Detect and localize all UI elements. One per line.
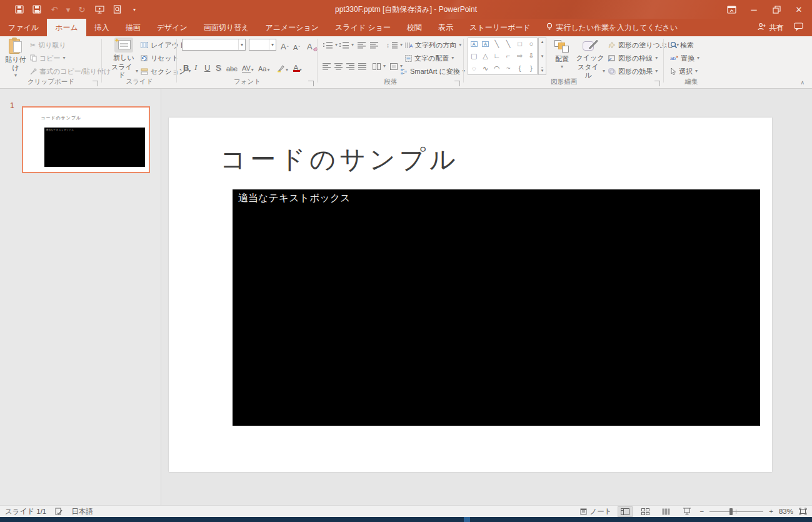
shape-right-brace[interactable]: }: [526, 63, 537, 74]
redo-icon[interactable]: ↻: [76, 4, 88, 15]
line-spacing-button[interactable]: ↕▾: [386, 39, 403, 51]
gallery-scrollbar[interactable]: ▴ ▾ ▾: [538, 38, 546, 75]
shrink-font-button[interactable]: Aˇ: [293, 39, 300, 51]
zoom-slider[interactable]: [709, 507, 763, 516]
shape-effects-button[interactable]: 図形の効果 ▾: [608, 65, 658, 78]
notes-button[interactable]: ノート: [580, 507, 611, 516]
ribbon-display-options-icon[interactable]: [722, 1, 741, 18]
character-spacing-button[interactable]: AV▾: [242, 60, 254, 73]
zoom-level[interactable]: 83%: [779, 508, 793, 515]
view-slideshow-button[interactable]: [679, 506, 694, 517]
columns-button[interactable]: ▾: [373, 60, 386, 73]
language-indicator[interactable]: 日本語: [71, 507, 93, 516]
slide-code-textbox[interactable]: 適当なテキストボックス: [233, 189, 760, 426]
format-painter-button[interactable]: 書式のコピー/貼り付け: [30, 65, 111, 78]
tab-draw[interactable]: 描画: [118, 19, 149, 36]
reset-button[interactable]: リセット: [141, 52, 179, 64]
increase-indent-button[interactable]: [370, 39, 378, 51]
bold-button[interactable]: B: [183, 60, 189, 73]
decrease-indent-button[interactable]: [358, 39, 366, 51]
slide-thumbnail-panel[interactable]: 1 コードのサンプル 適当なテキストボックス: [0, 89, 161, 505]
convert-smartart-button[interactable]: SmartArt に変換 ▾: [400, 65, 465, 78]
strikethrough-button[interactable]: abc: [226, 60, 238, 73]
shape-outline-button[interactable]: 図形の枠線 ▾: [608, 52, 658, 64]
shape-textbox-horizontal[interactable]: A: [468, 38, 479, 50]
font-size-combo[interactable]: ▾: [249, 39, 276, 51]
new-slide-button[interactable]: ✦ 新しい スライド▾: [109, 38, 138, 79]
justify-button[interactable]: [358, 60, 366, 73]
comments-icon[interactable]: [794, 23, 803, 33]
fit-to-window-icon[interactable]: [799, 508, 807, 515]
shape-curve[interactable]: ~: [503, 63, 514, 74]
font-dialog-launcher-icon[interactable]: [308, 81, 314, 86]
shape-left-brace[interactable]: {: [514, 63, 525, 74]
replace-button[interactable]: ab 置換 ▾: [670, 52, 699, 64]
collapse-ribbon-icon[interactable]: ∧: [800, 79, 804, 86]
font-name-dropdown-icon[interactable]: ▾: [238, 39, 245, 50]
shapes-gallery[interactable]: A A ╲ ╲ □ ○ ▢ △ ∟ ⌐ ⇨ ⇩ ◌ ∿ ◠ ~ { }: [468, 38, 538, 75]
copy-button[interactable]: コピー ▾: [30, 52, 66, 64]
print-preview-icon[interactable]: [111, 4, 123, 15]
align-text-button[interactable]: 文字の配置 ▾: [405, 52, 454, 64]
view-slide-sorter-button[interactable]: [638, 506, 653, 517]
shape-oval[interactable]: ○: [526, 38, 537, 50]
shape-rounded-rectangle[interactable]: ▢: [468, 50, 479, 62]
zoom-out-button[interactable]: −: [700, 508, 704, 515]
paragraph-dialog-launcher-icon[interactable]: [454, 81, 460, 86]
tab-file[interactable]: ファイル: [0, 19, 47, 36]
find-button[interactable]: 検索: [670, 39, 694, 51]
shape-triangle[interactable]: △: [479, 50, 491, 62]
spellcheck-icon[interactable]: [55, 508, 63, 515]
tab-design[interactable]: デザイン: [149, 19, 196, 36]
align-center-button[interactable]: [334, 60, 343, 73]
tab-review[interactable]: 校閲: [399, 19, 430, 36]
highlight-button[interactable]: ▾: [277, 60, 288, 73]
shape-right-arrow[interactable]: ⇨: [514, 50, 525, 62]
align-left-button[interactable]: [323, 60, 331, 73]
font-name-combo[interactable]: ▾: [182, 39, 246, 51]
underline-button[interactable]: U: [204, 60, 210, 73]
shape-down-arrow[interactable]: ⇩: [526, 50, 537, 62]
view-reading-button[interactable]: [659, 506, 674, 517]
tab-transitions[interactable]: 画面切り替え: [196, 19, 258, 36]
bullets-button[interactable]: ▾: [323, 39, 338, 51]
undo-dropdown-icon[interactable]: ▾: [66, 4, 70, 15]
font-color-button[interactable]: A ▾: [293, 60, 302, 73]
close-button[interactable]: ✕: [789, 1, 808, 18]
font-size-dropdown-icon[interactable]: ▾: [269, 39, 276, 50]
save-icon[interactable]: [14, 4, 25, 15]
shape-elbow-arrow-connector[interactable]: ⌐: [503, 50, 514, 62]
zoom-slider-handle[interactable]: [729, 508, 733, 515]
slide-canvas[interactable]: コードのサンプル 適当なテキストボックス: [169, 118, 772, 472]
shape-arrow-line[interactable]: ╲: [503, 38, 514, 50]
minimize-button[interactable]: ─: [744, 1, 763, 18]
shape-elbow-connector[interactable]: ∟: [491, 50, 503, 62]
tab-view[interactable]: 表示: [430, 19, 461, 36]
view-normal-button[interactable]: [618, 506, 633, 517]
arrange-button[interactable]: 配置 ▾: [550, 40, 574, 69]
customize-qat-icon[interactable]: ▾: [129, 4, 140, 15]
cut-button[interactable]: ✂ 切り取り: [30, 39, 66, 51]
tab-insert[interactable]: 挿入: [86, 19, 118, 36]
select-button[interactable]: 選択 ▾: [670, 65, 698, 78]
tab-home[interactable]: ホーム: [47, 19, 86, 36]
paste-button[interactable]: 貼り付け ▾: [4, 38, 28, 78]
gallery-more-icon[interactable]: ▾: [541, 68, 544, 73]
shape-line[interactable]: ╲: [491, 38, 503, 50]
text-direction-button[interactable]: A 文字列の方向 ▾: [405, 39, 461, 51]
start-slideshow-icon[interactable]: [94, 4, 105, 15]
drawing-dialog-launcher-icon[interactable]: [654, 81, 660, 86]
shape-textbox-vertical[interactable]: A: [479, 38, 491, 50]
undo-icon[interactable]: ↶: [49, 4, 60, 15]
quick-styles-button[interactable]: クイック スタイル▾: [575, 40, 605, 79]
save-as-icon[interactable]: [31, 4, 43, 15]
shape-arc[interactable]: ◠: [491, 63, 503, 74]
tab-animations[interactable]: アニメーション: [257, 19, 327, 36]
shape-rectangle[interactable]: □: [514, 38, 525, 50]
shape-freeform[interactable]: ◌: [468, 63, 479, 74]
gallery-scroll-down-icon[interactable]: ▾: [541, 54, 544, 59]
restore-button[interactable]: [767, 1, 786, 18]
grow-font-button[interactable]: Aˆ: [281, 39, 289, 51]
tab-storyboard[interactable]: ストーリーボード: [461, 19, 538, 36]
change-case-button[interactable]: Aa▾: [258, 60, 269, 73]
